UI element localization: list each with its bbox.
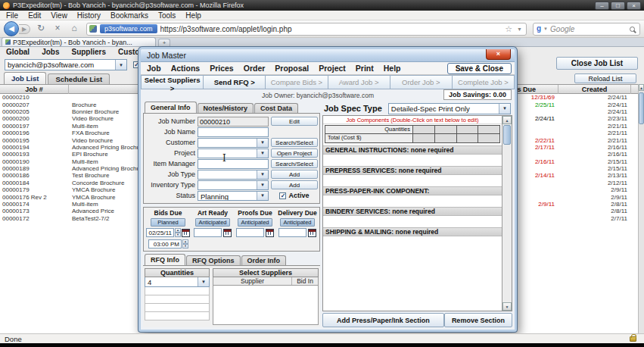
quantity-row[interactable] xyxy=(145,312,210,320)
job-number-header[interactable]: Job # xyxy=(0,85,69,94)
quantity-row[interactable] xyxy=(145,295,210,304)
spec-section-header[interactable]: BINDERY SERVICES: none required xyxy=(323,207,502,216)
forward-button[interactable]: ▶ xyxy=(19,24,30,34)
rfq-tab[interactable]: RFQ Info xyxy=(145,254,185,265)
scroll-up-icon[interactable]: ▲ xyxy=(502,116,512,124)
close-button[interactable]: × xyxy=(627,2,641,10)
scrollbar-thumb[interactable] xyxy=(639,92,644,124)
components-scrollbar[interactable]: ▲ ▼ xyxy=(502,116,512,311)
rfq-tab[interactable]: RFQ Options xyxy=(186,255,241,265)
browser-menu-item[interactable]: View xyxy=(51,11,67,20)
calendar-icon[interactable] xyxy=(223,229,232,237)
dialog-menu-item[interactable]: Print xyxy=(356,64,374,73)
home-button[interactable]: ⌂ xyxy=(68,23,80,35)
save-close-button[interactable]: Save & Close xyxy=(447,63,512,74)
app-menu-item[interactable]: Suppliers xyxy=(71,48,106,58)
quantity-cell[interactable] xyxy=(435,126,457,133)
supplier-column-header[interactable]: Supplier xyxy=(213,277,292,285)
chevron-down-icon[interactable]: ▼ xyxy=(257,170,268,179)
customer-combo[interactable]: ▼ xyxy=(198,138,269,148)
dialog-menu-item[interactable]: Project xyxy=(319,64,346,73)
search-icon[interactable] xyxy=(630,27,635,32)
date-state-button[interactable]: Planned xyxy=(151,218,185,227)
job-type-add-button[interactable]: Add xyxy=(271,170,318,179)
created-header[interactable]: Created xyxy=(558,85,631,94)
date-field[interactable]: 02/25/11 xyxy=(146,228,174,237)
browser-menu-item[interactable]: Help xyxy=(185,11,201,20)
chevron-down-icon[interactable]: ▼ xyxy=(499,104,510,114)
scroll-up-icon[interactable]: ▲ xyxy=(639,84,644,91)
spec-section-header[interactable]: PREPRESS SERVICES: none required xyxy=(323,166,502,175)
remove-section-button[interactable]: Remove Section xyxy=(444,313,512,327)
dialog-close-button[interactable]: × xyxy=(486,49,511,60)
browser-menu-item[interactable]: File xyxy=(6,11,18,20)
dialog-menu-item[interactable]: Actions xyxy=(171,64,201,73)
quantity-row[interactable] xyxy=(145,287,210,295)
date-state-button[interactable]: Anticipated xyxy=(195,218,230,227)
chevron-down-icon[interactable]: ▼ xyxy=(257,149,268,158)
quantity-cell[interactable] xyxy=(457,126,479,133)
open-project-button[interactable]: Open Project xyxy=(271,148,318,158)
job-spec-type-combo[interactable]: Detailed-Spec Print Only ▼ xyxy=(388,103,511,114)
workflow-button[interactable]: Complete Job > xyxy=(453,75,515,89)
chevron-down-icon[interactable]: ▼ xyxy=(115,60,126,70)
browser-menu-item[interactable]: Tools xyxy=(158,11,176,20)
calendar-icon[interactable] xyxy=(182,229,190,237)
search-box[interactable]: g ▼ Google xyxy=(533,23,640,36)
job-name-field[interactable] xyxy=(198,127,269,137)
back-button[interactable]: ◀ xyxy=(4,21,19,36)
search-input[interactable]: Google xyxy=(550,25,627,33)
app-tab[interactable]: Schedule List xyxy=(48,73,110,84)
date-field[interactable] xyxy=(236,228,264,237)
dialog-menu-item[interactable]: Help xyxy=(384,64,401,73)
spec-section-body[interactable] xyxy=(323,216,502,227)
app-tab[interactable]: Job List xyxy=(4,72,46,84)
total-cell[interactable] xyxy=(478,134,499,142)
edit-button[interactable]: Edit xyxy=(271,117,318,126)
total-cell[interactable] xyxy=(435,134,457,142)
date-state-button[interactable]: Anticipated xyxy=(238,218,272,227)
customer-search-select-button[interactable]: Search/Select xyxy=(271,138,318,147)
spec-section-body[interactable] xyxy=(323,236,502,248)
status-combo[interactable]: Planning ▼ xyxy=(198,191,269,201)
app-menu-item[interactable]: Global xyxy=(6,48,30,58)
site-identity-chip[interactable]: p3software.com xyxy=(100,24,157,33)
spec-section-header[interactable]: SHIPPING & MAILING: none required xyxy=(323,227,502,236)
info-tab[interactable]: General Info xyxy=(145,102,197,113)
workflow-button[interactable]: Send RFQ > xyxy=(204,75,266,89)
workflow-button[interactable]: Award Job > xyxy=(328,75,390,89)
url-dropdown-icon[interactable]: ▼ xyxy=(515,27,524,32)
suppliers-list[interactable] xyxy=(213,286,319,325)
stop-button[interactable]: × xyxy=(51,23,64,35)
date-field[interactable] xyxy=(194,228,222,237)
project-combo[interactable]: ▼ xyxy=(198,148,269,158)
workflow-button[interactable]: Compare Bids > xyxy=(266,75,328,89)
dialog-titlebar[interactable]: Job Master × xyxy=(141,49,515,62)
job-list-scrollbar[interactable]: ▲ xyxy=(638,84,644,333)
quantity-cell[interactable] xyxy=(478,126,499,133)
job-type-combo[interactable]: ▼ xyxy=(198,170,269,180)
maximize-button[interactable]: □ xyxy=(611,2,625,10)
rfq-tab[interactable]: Order Info xyxy=(241,255,287,265)
dialog-menu-item[interactable]: Proposal xyxy=(275,64,309,73)
refresh-button[interactable]: ↻ xyxy=(35,23,47,35)
browser-tab[interactable]: P3Expeditor(tm) - Bob Yancich - byan... xyxy=(2,37,156,46)
item-manager-field[interactable] xyxy=(198,159,269,169)
calendar-icon[interactable] xyxy=(308,229,316,237)
inventory-type-combo[interactable]: ▼ xyxy=(198,180,269,190)
quantity-row[interactable] xyxy=(145,304,210,312)
workflow-button[interactable]: Select Suppliers > xyxy=(141,75,204,89)
spec-section-body[interactable] xyxy=(323,175,502,186)
chevron-down-icon[interactable]: ▼ xyxy=(198,277,209,286)
scroll-down-icon[interactable]: ▼ xyxy=(502,302,512,311)
quantities-combo[interactable]: 4 ▼ xyxy=(145,277,210,287)
calendar-icon[interactable] xyxy=(266,229,274,237)
date-state-button[interactable]: Anticipated xyxy=(280,218,315,227)
inventory-type-add-button[interactable]: Add xyxy=(271,180,318,189)
minimize-button[interactable]: – xyxy=(595,2,609,10)
url-bar[interactable]: p3software.com https://p3software.com/ap… xyxy=(86,23,527,36)
browser-menu-item[interactable]: Edit xyxy=(28,11,41,20)
bid-in-column-header[interactable]: Bid In xyxy=(292,277,318,285)
info-tab[interactable]: Cost Data xyxy=(254,103,298,113)
total-cell[interactable] xyxy=(413,134,435,142)
